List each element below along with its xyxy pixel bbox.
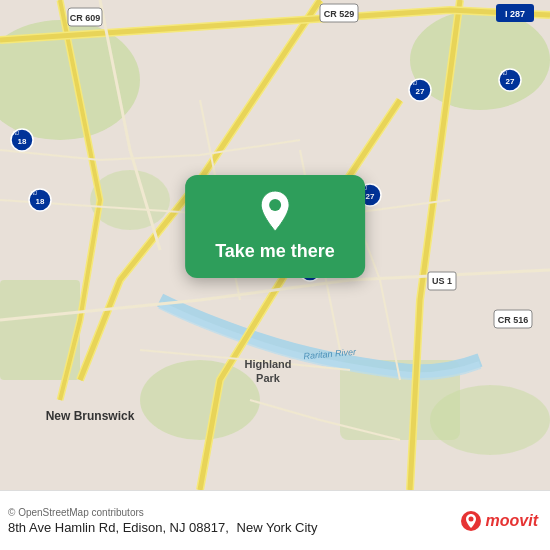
cta-button-container[interactable]: Take me there [185, 175, 365, 278]
svg-text:27: 27 [506, 77, 515, 86]
svg-point-2 [410, 10, 550, 110]
take-me-there-button[interactable]: Take me there [185, 175, 365, 278]
svg-text:18: 18 [18, 137, 27, 146]
address-text: 8th Ave Hamlin Rd, Edison, NJ 08817, New… [8, 520, 317, 535]
moovit-logo-icon [460, 510, 482, 532]
address-value: 8th Ave Hamlin Rd, Edison, NJ 08817, [8, 520, 229, 535]
svg-text:CR 529: CR 529 [324, 9, 355, 19]
svg-text:CR 609: CR 609 [70, 13, 101, 23]
svg-text:US 1: US 1 [432, 276, 452, 286]
cta-label: Take me there [215, 241, 335, 262]
svg-text:Park: Park [256, 372, 281, 384]
svg-point-42 [468, 516, 473, 521]
svg-point-5 [430, 385, 550, 455]
bottom-info: © OpenStreetMap contributors 8th Ave Ham… [8, 507, 317, 535]
svg-text:I 287: I 287 [505, 9, 525, 19]
svg-point-40 [269, 199, 281, 211]
map-container: CR 609 18 NJ 18 NJ I 287 CR 529 27 NJ 27… [0, 0, 550, 490]
location-pin-icon [256, 189, 294, 233]
svg-text:NJ: NJ [501, 70, 508, 76]
svg-text:CR 516: CR 516 [498, 315, 529, 325]
svg-text:New Brunswick: New Brunswick [46, 409, 135, 423]
svg-text:NJ: NJ [13, 130, 20, 136]
moovit-text: moovit [486, 512, 538, 530]
bottom-bar: © OpenStreetMap contributors 8th Ave Ham… [0, 490, 550, 550]
svg-text:NJ: NJ [31, 190, 38, 196]
svg-text:27: 27 [366, 192, 375, 201]
svg-text:18: 18 [36, 197, 45, 206]
city-value: New York City [237, 520, 318, 535]
svg-text:NJ: NJ [411, 80, 418, 86]
svg-text:Highland: Highland [244, 358, 291, 370]
svg-text:27: 27 [416, 87, 425, 96]
osm-credit: © OpenStreetMap contributors [8, 507, 317, 518]
svg-point-3 [140, 360, 260, 440]
moovit-logo: moovit [460, 510, 538, 532]
